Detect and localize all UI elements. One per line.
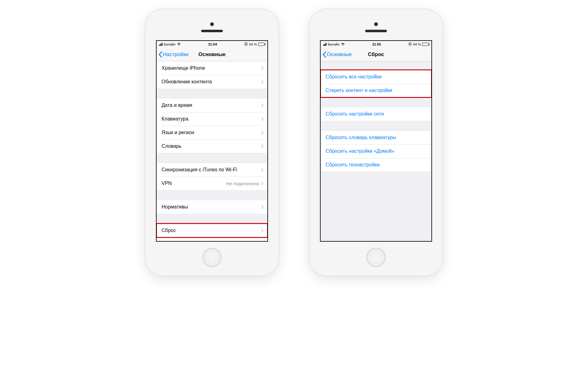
row-label: Стереть контент и настройки bbox=[326, 88, 428, 93]
signal-icon bbox=[159, 43, 162, 46]
row-label: Сбросить настройки сети bbox=[326, 111, 428, 117]
home-button[interactable] bbox=[202, 248, 222, 267]
chevron-right-icon bbox=[261, 168, 264, 172]
row-label: Сбросить настройки «Домой» bbox=[326, 148, 428, 154]
chevron-left-icon bbox=[322, 51, 327, 58]
camera-dot bbox=[374, 22, 378, 26]
chevron-right-icon bbox=[261, 66, 264, 70]
phone-frame-left: Билайн 21:04 64 % Настройки Основные bbox=[145, 9, 279, 276]
row-erase-all-content[interactable]: Стереть контент и настройки bbox=[321, 84, 431, 97]
battery-percent: 64 % bbox=[249, 42, 257, 46]
row-reset-keyboard-dictionary[interactable]: Сбросить словарь клавиатуры bbox=[321, 131, 431, 144]
earpiece-speaker bbox=[201, 30, 223, 32]
screen-left: Билайн 21:04 64 % Настройки Основные bbox=[156, 40, 268, 242]
chevron-right-icon bbox=[261, 130, 264, 135]
row-date-time[interactable]: Дата и время bbox=[157, 99, 267, 112]
row-keyboard[interactable]: Клавиатура bbox=[157, 112, 267, 126]
row-label: Сброс bbox=[162, 228, 261, 233]
row-language-region[interactable]: Язык и регион bbox=[157, 126, 267, 139]
chevron-right-icon bbox=[261, 144, 264, 148]
carrier-label: Билайн bbox=[328, 42, 339, 46]
row-itunes-wifi-sync[interactable]: Синхронизация с iTunes по Wi-Fi bbox=[157, 163, 267, 177]
row-reset-all-settings[interactable]: Сбросить все настройки bbox=[321, 70, 431, 84]
nav-bar: Настройки Основные bbox=[157, 48, 267, 61]
signal-icon bbox=[323, 43, 326, 46]
chevron-right-icon bbox=[261, 80, 264, 84]
row-reset[interactable]: Сброс bbox=[157, 224, 267, 237]
chevron-right-icon bbox=[261, 117, 264, 121]
row-shutdown[interactable]: Выключить bbox=[157, 237, 267, 241]
battery-icon bbox=[422, 43, 429, 46]
nav-title: Сброс bbox=[368, 51, 384, 58]
settings-list: Хранилище iPhone Обновление контента Дат… bbox=[157, 61, 267, 241]
row-vpn[interactable]: VPN Не подключено bbox=[157, 177, 267, 190]
orientation-lock-icon bbox=[244, 42, 248, 46]
back-label: Основные bbox=[327, 51, 352, 58]
row-reset-network[interactable]: Сбросить настройки сети bbox=[321, 107, 431, 121]
row-dictionary[interactable]: Словарь bbox=[157, 139, 267, 153]
row-label: VPN bbox=[162, 181, 226, 186]
screen-right: Билайн 21:05 64 % Основные Сброс bbox=[320, 40, 432, 242]
row-label: Сбросить словарь клавиатуры bbox=[326, 135, 428, 140]
home-button[interactable] bbox=[366, 248, 386, 267]
wifi-icon bbox=[341, 42, 345, 46]
chevron-right-icon bbox=[261, 205, 264, 209]
earpiece-speaker bbox=[365, 30, 387, 32]
nav-title: Основные bbox=[198, 51, 226, 58]
wifi-icon bbox=[177, 42, 181, 46]
row-label: Обновление контента bbox=[162, 79, 261, 85]
row-label: Синхронизация с iTunes по Wi-Fi bbox=[162, 167, 261, 173]
carrier-label: Билайн bbox=[164, 42, 175, 46]
status-bar: Билайн 21:04 64 % bbox=[157, 41, 267, 48]
orientation-lock-icon bbox=[408, 42, 412, 46]
status-bar: Билайн 21:05 64 % bbox=[321, 41, 431, 48]
row-reset-location[interactable]: Сбросить геонастройки bbox=[321, 158, 431, 172]
row-regulatory[interactable]: Нормативы bbox=[157, 200, 267, 214]
chevron-right-icon bbox=[261, 103, 264, 108]
status-time: 21:05 bbox=[372, 42, 381, 46]
chevron-right-icon bbox=[261, 228, 264, 233]
row-reset-home-layout[interactable]: Сбросить настройки «Домой» bbox=[321, 144, 431, 158]
chevron-left-icon bbox=[158, 51, 163, 58]
battery-percent: 64 % bbox=[413, 42, 421, 46]
status-time: 21:04 bbox=[208, 42, 217, 46]
reset-list: Сбросить все настройки Стереть контент и… bbox=[321, 61, 431, 241]
row-label: Сбросить все настройки bbox=[326, 74, 428, 80]
back-button[interactable]: Основные bbox=[322, 48, 352, 61]
row-label: Дата и время bbox=[162, 103, 261, 108]
phone-frame-right: Билайн 21:05 64 % Основные Сброс bbox=[309, 9, 443, 276]
back-label: Настройки bbox=[163, 51, 188, 58]
battery-icon bbox=[258, 43, 265, 46]
nav-bar: Основные Сброс bbox=[321, 48, 431, 61]
chevron-right-icon bbox=[261, 181, 264, 186]
row-label: Нормативы bbox=[162, 204, 261, 210]
row-iphone-storage[interactable]: Хранилище iPhone bbox=[157, 61, 267, 75]
row-label: Словарь bbox=[162, 143, 261, 149]
row-background-refresh[interactable]: Обновление контента bbox=[157, 75, 267, 89]
row-label: Язык и регион bbox=[162, 130, 261, 135]
row-detail: Не подключено bbox=[226, 181, 259, 186]
row-label: Хранилище iPhone bbox=[162, 65, 261, 71]
back-button[interactable]: Настройки bbox=[158, 48, 188, 61]
row-label: Клавиатура bbox=[162, 116, 261, 122]
camera-dot bbox=[210, 22, 214, 26]
row-label: Сбросить геонастройки bbox=[326, 162, 428, 168]
